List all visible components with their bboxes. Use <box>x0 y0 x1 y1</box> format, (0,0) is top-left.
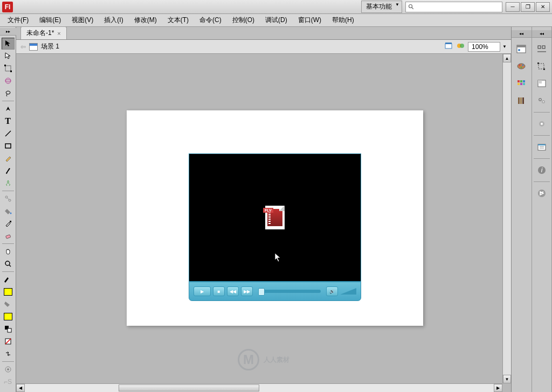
scroll-right-button[interactable]: ▶ <box>494 384 502 392</box>
pen-tool[interactable] <box>2 103 15 115</box>
menu-edit[interactable]: 编辑(E) <box>35 14 65 26</box>
actions-panel-icon[interactable] <box>535 187 548 199</box>
panel-separator <box>534 158 550 159</box>
restore-button[interactable]: ❐ <box>521 2 535 12</box>
lasso-tool[interactable] <box>2 87 15 99</box>
deco-tool[interactable] <box>2 177 15 189</box>
swap-colors[interactable] <box>2 348 15 360</box>
menu-debug[interactable]: 调试(D) <box>261 14 292 26</box>
transform-panel-icon[interactable] <box>535 60 548 72</box>
toolbar-collapse[interactable]: ▸▸ <box>0 28 16 36</box>
panel-collapse-2[interactable]: ◂◂ <box>532 30 552 38</box>
svg-line-1 <box>412 7 413 9</box>
svg-point-22 <box>7 368 9 370</box>
scroll-thumb[interactable] <box>119 384 259 391</box>
eraser-tool[interactable] <box>2 230 15 242</box>
black-white-swap[interactable] <box>2 323 15 335</box>
volume-bar[interactable] <box>340 288 356 295</box>
bone-tool[interactable] <box>2 193 15 205</box>
color-panel-icon[interactable] <box>515 60 528 72</box>
search-input[interactable] <box>417 4 500 10</box>
menu-text[interactable]: 文本(T) <box>163 14 193 26</box>
no-color[interactable] <box>2 335 15 347</box>
workspace-dropdown[interactable]: 基本功能 <box>361 1 402 13</box>
fill-color[interactable] <box>2 298 15 310</box>
components-panel-icon[interactable] <box>535 95 548 107</box>
horizontal-scrollbar[interactable]: ◀ ▶ <box>16 383 502 392</box>
menu-window[interactable]: 窗口(W) <box>294 14 326 26</box>
tool-separator <box>2 191 14 191</box>
panel-column-1: ◂◂ <box>512 27 532 392</box>
mute-button[interactable]: 🔊 <box>326 286 338 296</box>
paint-bucket-tool[interactable] <box>2 205 15 217</box>
menu-commands[interactable]: 命令(C) <box>195 14 226 26</box>
scroll-track[interactable] <box>25 384 494 392</box>
edit-symbols-icon[interactable] <box>456 41 466 52</box>
motion-presets-icon[interactable] <box>535 118 548 130</box>
line-tool[interactable] <box>2 128 15 139</box>
stop-button[interactable]: ■ <box>213 286 225 296</box>
canvas-viewport[interactable]: FLV ▶ ■ ◀◀ ▶▶ 🔊 <box>16 54 511 392</box>
stroke-color[interactable] <box>2 274 15 285</box>
back-arrow-icon[interactable]: ⇦ <box>20 43 26 51</box>
rectangle-tool[interactable] <box>2 140 15 152</box>
eyedropper-tool[interactable] <box>2 218 15 229</box>
scene-label[interactable]: 场景 1 <box>41 42 59 51</box>
forward-button[interactable]: ▶▶ <box>241 286 253 296</box>
pencil-tool[interactable] <box>2 152 15 164</box>
minimize-button[interactable]: ─ <box>506 2 520 12</box>
panel-separator <box>534 112 550 113</box>
3d-rotation-tool[interactable] <box>2 75 15 87</box>
subselection-tool[interactable] <box>2 50 15 62</box>
panel-collapse-1[interactable]: ◂◂ <box>512 30 532 38</box>
hand-tool[interactable] <box>2 246 15 257</box>
scroll-down-button[interactable]: ▼ <box>503 375 511 383</box>
zoom-dropdown-icon[interactable]: ▼ <box>502 44 507 49</box>
rewind-button[interactable]: ◀◀ <box>227 286 239 296</box>
play-button[interactable]: ▶ <box>194 286 211 296</box>
titlebar-right-group: 基本功能 ─ ❐ ✕ <box>361 1 550 13</box>
smooth-option[interactable]: ⌐S <box>2 376 15 388</box>
free-transform-tool[interactable] <box>2 62 15 74</box>
document-tab[interactable]: 未命名-1* × <box>20 26 67 39</box>
swatches-panel-icon[interactable] <box>515 78 528 89</box>
svg-rect-23 <box>445 44 452 48</box>
text-tool[interactable]: T <box>2 115 15 127</box>
menu-modify[interactable]: 修改(M) <box>130 14 161 26</box>
search-box[interactable] <box>405 2 502 12</box>
zoom-input[interactable]: 100% <box>468 42 500 52</box>
flv-playback-component[interactable]: FLV ▶ ■ ◀◀ ▶▶ 🔊 <box>189 153 361 301</box>
scroll-left-button[interactable]: ◀ <box>16 384 25 392</box>
selection-tool[interactable] <box>2 38 15 50</box>
project-panel-icon[interactable] <box>535 141 548 153</box>
snap-option[interactable] <box>2 363 15 375</box>
menu-help[interactable]: 帮助(H) <box>328 14 358 26</box>
menu-control[interactable]: 控制(O) <box>228 14 259 26</box>
brush-tool[interactable] <box>2 165 15 177</box>
close-button[interactable]: ✕ <box>536 2 550 12</box>
library-panel-icon[interactable] <box>515 95 528 107</box>
svg-line-16 <box>9 265 11 267</box>
menu-insert[interactable]: 插入(I) <box>100 14 127 26</box>
scene-breadcrumb: ⇦ 场景 1 <box>20 42 59 51</box>
edit-scene-icon[interactable] <box>444 41 454 52</box>
tab-close-icon[interactable]: × <box>57 30 60 37</box>
properties-panel-icon[interactable] <box>515 43 528 55</box>
window-controls: ─ ❐ ✕ <box>506 2 550 12</box>
align-panel-icon[interactable] <box>535 43 548 55</box>
menu-view[interactable]: 视图(V) <box>67 14 98 26</box>
zoom-tool[interactable] <box>2 258 15 270</box>
fill-swatch[interactable] <box>2 311 15 323</box>
info-panel-icon[interactable] <box>535 78 548 89</box>
stroke-swatch[interactable] <box>2 286 15 298</box>
menu-file[interactable]: 文件(F) <box>3 14 33 26</box>
help-panel-icon[interactable]: i <box>535 164 548 176</box>
svg-point-12 <box>10 213 11 214</box>
seek-bar[interactable] <box>258 290 321 293</box>
stage[interactable]: FLV ▶ ■ ◀◀ ▶▶ 🔊 <box>127 110 423 326</box>
vertical-scrollbar[interactable]: ▲ ▼ <box>502 54 511 383</box>
scroll-up-button[interactable]: ▲ <box>503 54 511 62</box>
svg-rect-14 <box>5 235 10 239</box>
svg-rect-38 <box>523 80 525 82</box>
menubar: 文件(F) 编辑(E) 视图(V) 插入(I) 修改(M) 文本(T) 命令(C… <box>0 14 552 27</box>
